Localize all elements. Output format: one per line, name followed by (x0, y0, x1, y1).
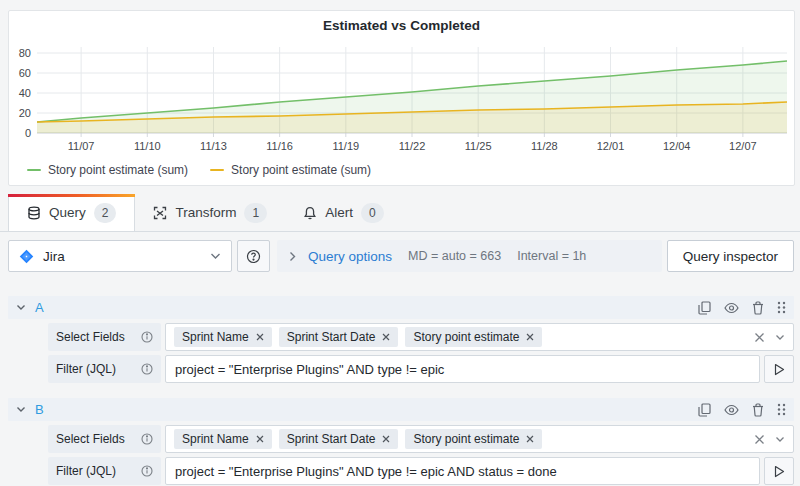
tab-alert[interactable]: Alert 0 (285, 194, 401, 231)
info-circle-icon[interactable] (141, 433, 153, 445)
datasource-help-button[interactable] (237, 240, 270, 272)
field-chip-label: Sprint Name (182, 432, 249, 446)
filter-jql-row-b: Filter (JQL) (48, 457, 794, 485)
svg-text:11/13: 11/13 (200, 140, 227, 152)
field-chip-label: Story point estimate (413, 432, 519, 446)
clear-selection-icon[interactable] (754, 332, 765, 343)
question-circle-icon (246, 249, 261, 264)
chevron-down-icon[interactable] (775, 436, 785, 443)
filter-jql-label: Filter (JQL) (48, 355, 161, 383)
field-chip: Sprint Name (174, 429, 272, 449)
remove-query-trash-icon[interactable] (752, 301, 764, 315)
legend-label: Story point estimate (sum) (48, 163, 188, 177)
field-chip: Sprint Name (174, 327, 272, 347)
hide-response-eye-icon[interactable] (724, 404, 739, 416)
collapse-chevron-icon[interactable] (16, 304, 26, 311)
field-chip-label: Sprint Start Date (287, 330, 376, 344)
svg-text:12/04: 12/04 (663, 140, 691, 152)
tab-transform[interactable]: Transform 1 (135, 194, 285, 231)
remove-field-icon[interactable] (526, 435, 534, 443)
query-refid: A (35, 300, 44, 315)
drag-handle-icon[interactable] (777, 403, 786, 416)
field-chip: Sprint Start Date (279, 429, 399, 449)
query-inspector-button[interactable]: Query inspector (667, 240, 794, 272)
field-label-text: Select Fields (56, 432, 135, 446)
legend-swatch-green (27, 169, 41, 172)
query-row-header-a[interactable]: A (8, 296, 794, 319)
query-toolbar: Jira Query options MD = auto = 663 Inter… (8, 240, 794, 272)
svg-text:60: 60 (19, 67, 31, 79)
chevron-down-icon[interactable] (775, 334, 785, 341)
filter-jql-row-a: Filter (JQL) (48, 355, 794, 383)
interval-value: Interval = 1h (517, 249, 586, 263)
field-chip: Story point estimate (405, 327, 542, 347)
legend-item-completed[interactable]: Story point estimate (sum) (210, 163, 371, 177)
jql-filter-input[interactable] (165, 457, 760, 485)
tab-query[interactable]: Query 2 (8, 194, 135, 231)
database-icon (27, 206, 41, 220)
run-query-button[interactable] (764, 457, 794, 485)
datasource-picker[interactable]: Jira (8, 240, 232, 272)
field-chip-label: Sprint Name (182, 330, 249, 344)
tab-alert-label: Alert (325, 205, 353, 220)
jira-icon (19, 249, 34, 264)
svg-text:80: 80 (19, 47, 31, 59)
time-series-chart[interactable]: 11/0711/1011/1311/1611/1911/2211/2511/28… (13, 41, 791, 163)
remove-query-trash-icon[interactable] (752, 403, 764, 417)
legend-swatch-yellow (210, 169, 224, 172)
field-label-text: Filter (JQL) (56, 362, 135, 376)
bell-icon (303, 206, 317, 220)
select-fields-label: Select Fields (48, 425, 161, 453)
drag-handle-icon[interactable] (777, 301, 786, 314)
editor-tabbar: Query 2 Transform 1 Alert 0 (0, 194, 800, 232)
remove-field-icon[interactable] (256, 435, 264, 443)
remove-field-icon[interactable] (382, 435, 390, 443)
query-refid: B (35, 402, 44, 417)
legend-label: Story point estimate (sum) (231, 163, 371, 177)
chevron-down-icon (210, 252, 221, 260)
svg-text:11/22: 11/22 (399, 140, 426, 152)
query-options-toggle[interactable]: Query options (289, 249, 392, 264)
info-circle-icon[interactable] (141, 363, 153, 375)
info-circle-icon[interactable] (141, 465, 153, 477)
tab-alert-count-badge: 0 (361, 203, 384, 223)
chart-panel: Estimated vs Completed 11/0711/1011/1311… (8, 10, 795, 186)
svg-text:11/07: 11/07 (68, 140, 95, 152)
play-icon (774, 465, 785, 478)
run-query-button[interactable] (764, 355, 794, 383)
remove-field-icon[interactable] (526, 333, 534, 341)
clear-selection-icon[interactable] (754, 434, 765, 445)
duplicate-query-icon[interactable] (698, 301, 711, 315)
remove-field-icon[interactable] (382, 333, 390, 341)
field-label-text: Select Fields (56, 330, 135, 344)
jql-filter-input[interactable] (165, 355, 760, 383)
select-fields-multiselect[interactable]: Sprint Name Sprint Start Date Story poin… (165, 425, 794, 453)
select-fields-multiselect[interactable]: Sprint Name Sprint Start Date Story poin… (165, 323, 794, 351)
legend-item-estimated[interactable]: Story point estimate (sum) (27, 163, 188, 177)
filter-jql-label: Filter (JQL) (48, 457, 161, 485)
panel-title: Estimated vs Completed (9, 11, 794, 38)
svg-text:12/07: 12/07 (729, 140, 757, 152)
hide-response-eye-icon[interactable] (724, 302, 739, 314)
query-options-label: Query options (308, 249, 392, 264)
info-circle-icon[interactable] (141, 331, 153, 343)
query-row-header-b[interactable]: B (8, 398, 794, 421)
duplicate-query-icon[interactable] (698, 403, 711, 417)
svg-text:11/10: 11/10 (134, 140, 161, 152)
transform-icon (153, 206, 167, 220)
play-icon (774, 363, 785, 376)
select-controls (754, 434, 785, 445)
svg-text:40: 40 (19, 87, 31, 99)
tab-transform-count-badge: 1 (244, 203, 267, 223)
chart-legend: Story point estimate (sum) Story point e… (27, 163, 371, 177)
svg-text:11/28: 11/28 (531, 140, 558, 152)
svg-text:11/25: 11/25 (465, 140, 492, 152)
svg-text:0: 0 (25, 127, 31, 139)
query-actions (698, 403, 786, 417)
remove-field-icon[interactable] (256, 333, 264, 341)
svg-text:11/16: 11/16 (266, 140, 293, 152)
max-data-points-value: MD = auto = 663 (408, 249, 501, 263)
collapse-chevron-icon[interactable] (16, 406, 26, 413)
svg-text:20: 20 (19, 107, 31, 119)
svg-text:11/19: 11/19 (332, 140, 359, 152)
